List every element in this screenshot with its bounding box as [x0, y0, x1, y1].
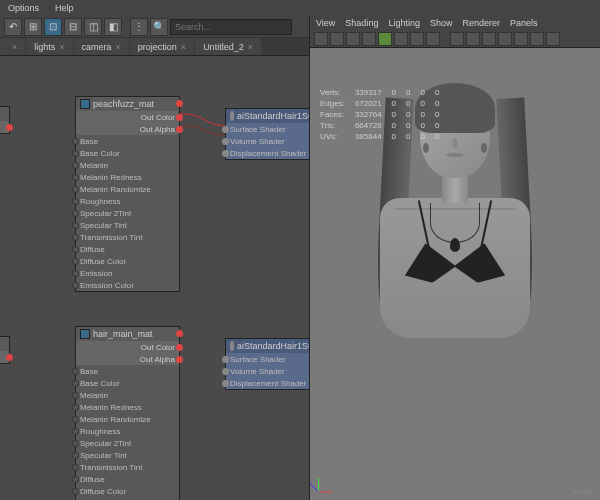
node-attribute[interactable]: Specular 2Tint [76, 207, 179, 219]
node-attribute[interactable]: Roughness [76, 195, 179, 207]
node-attribute[interactable]: Melanin Redness [76, 171, 179, 183]
node-output[interactable] [0, 351, 9, 363]
tab-item[interactable]: projection× [130, 38, 194, 55]
safe-title-icon[interactable] [546, 32, 560, 46]
material-node-peachfuzz[interactable]: peachfuzz_mat Out ColorOut AlphaBaseBase… [75, 96, 180, 292]
output-port[interactable] [176, 114, 183, 121]
close-icon[interactable]: × [248, 42, 253, 52]
node-attribute[interactable]: Specular Tint [76, 219, 179, 231]
node-attribute[interactable]: Roughness [76, 425, 179, 437]
node-attribute[interactable]: Displacement Shader [226, 147, 309, 159]
isolate-icon[interactable] [346, 32, 360, 46]
render-icon[interactable] [330, 32, 344, 46]
lights-icon[interactable] [410, 32, 424, 46]
split-v-icon[interactable]: ◧ [104, 18, 122, 36]
input-port[interactable] [72, 368, 79, 375]
tab-item[interactable]: × [0, 38, 25, 55]
grid-toggle-icon[interactable] [466, 32, 480, 46]
node-attribute[interactable]: Melanin Randomize [76, 183, 179, 195]
node-attribute[interactable]: Base Color [76, 377, 179, 389]
node-output[interactable]: Out Alpha [76, 353, 179, 365]
input-port[interactable] [72, 138, 79, 145]
node-output[interactable]: Out Color [76, 111, 179, 123]
node-attribute[interactable]: Volume Shader [226, 365, 309, 377]
vp-menu-lighting[interactable]: Lighting [388, 18, 420, 28]
node-attribute[interactable]: Diffuse [76, 243, 179, 255]
vp-menu-view[interactable]: View [316, 18, 335, 28]
input-port[interactable] [72, 222, 79, 229]
vp-menu-renderer[interactable]: Renderer [462, 18, 500, 28]
node-attribute[interactable]: Melanin [76, 159, 179, 171]
node-attribute[interactable]: Transmission Tint [76, 231, 179, 243]
close-icon[interactable]: × [59, 42, 64, 52]
menu-options[interactable]: Options [8, 3, 39, 13]
input-port[interactable] [222, 126, 229, 133]
shading-group-node[interactable]: aiStandardHair1SG2 Surface ShaderVolume … [225, 108, 309, 160]
node-attribute[interactable]: Base [76, 135, 179, 147]
more-icon[interactable]: ⋮ [130, 18, 148, 36]
node-attribute[interactable]: Surface Shader [226, 123, 309, 135]
layout-icon[interactable]: ⊡ [44, 18, 62, 36]
node-attribute[interactable]: Diffuse Color [76, 255, 179, 267]
textured-icon[interactable] [394, 32, 408, 46]
output-port[interactable] [176, 100, 183, 107]
select-camera-icon[interactable] [314, 32, 328, 46]
input-port[interactable] [72, 428, 79, 435]
node-attribute[interactable]: Specular Tint [76, 449, 179, 461]
node-header[interactable] [0, 337, 9, 351]
resolution-gate-icon[interactable] [498, 32, 512, 46]
input-port[interactable] [72, 162, 79, 169]
node-attribute[interactable]: Volume Shader [226, 135, 309, 147]
history-back-icon[interactable]: ↶ [4, 18, 22, 36]
node-attribute[interactable]: Melanin [76, 389, 179, 401]
vp-menu-shading[interactable]: Shading [345, 18, 378, 28]
material-node-hair[interactable]: hair_main_mat Out ColorOut AlphaBaseBase… [75, 326, 180, 500]
node-attribute[interactable]: Transmission Tint [76, 461, 179, 473]
wireframe-icon[interactable] [362, 32, 376, 46]
input-port[interactable] [72, 186, 79, 193]
output-port[interactable] [176, 330, 183, 337]
input-port[interactable] [72, 404, 79, 411]
gate-mask-icon[interactable] [514, 32, 528, 46]
material-node[interactable] [0, 106, 10, 134]
node-header[interactable]: aiStandardHair1SG1 [226, 339, 309, 353]
close-icon[interactable]: × [12, 42, 17, 52]
input-port[interactable] [222, 356, 229, 363]
input-port[interactable] [72, 452, 79, 459]
node-output[interactable] [0, 121, 9, 133]
output-port[interactable] [176, 356, 183, 363]
output-port[interactable] [6, 124, 13, 131]
input-port[interactable] [222, 368, 229, 375]
node-attribute[interactable]: Surface Shader [226, 353, 309, 365]
node-attribute[interactable]: Specular 2Tint [76, 437, 179, 449]
input-port[interactable] [222, 138, 229, 145]
tab-item[interactable]: Untitled_2× [195, 38, 261, 55]
node-header[interactable]: aiStandardHair1SG2 [226, 109, 309, 123]
input-port[interactable] [72, 464, 79, 471]
input-port[interactable] [72, 198, 79, 205]
input-port[interactable] [72, 234, 79, 241]
output-port[interactable] [176, 126, 183, 133]
film-gate-icon[interactable] [482, 32, 496, 46]
input-port[interactable] [72, 476, 79, 483]
node-graph[interactable]: peachfuzz_mat Out ColorOut AlphaBaseBase… [0, 56, 309, 500]
node-attribute[interactable]: Base Color [76, 147, 179, 159]
input-port[interactable] [72, 258, 79, 265]
safe-action-icon[interactable] [530, 32, 544, 46]
node-attribute[interactable]: Emission Color [76, 279, 179, 291]
input-port[interactable] [222, 380, 229, 387]
input-port[interactable] [72, 282, 79, 289]
node-attribute[interactable]: Diffuse [76, 473, 179, 485]
search-icon[interactable]: 🔍 [150, 18, 168, 36]
collapse-icon[interactable]: ⊟ [64, 18, 82, 36]
output-port[interactable] [6, 354, 13, 361]
split-h-icon[interactable]: ◫ [84, 18, 102, 36]
tab-item[interactable]: lights× [26, 38, 72, 55]
node-header[interactable]: hair_main_mat [76, 327, 179, 341]
grid-icon[interactable]: ⊞ [24, 18, 42, 36]
node-header[interactable]: peachfuzz_mat [76, 97, 179, 111]
input-port[interactable] [72, 270, 79, 277]
smooth-shade-icon[interactable] [378, 32, 392, 46]
node-attribute[interactable]: Base [76, 365, 179, 377]
shadows-icon[interactable] [426, 32, 440, 46]
